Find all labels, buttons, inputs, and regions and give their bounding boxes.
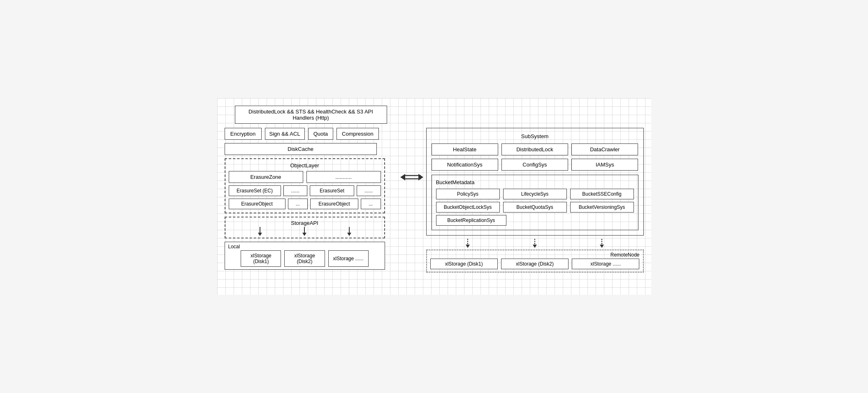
bucket-object-lock-sys-label: BucketObjectLockSys [444, 204, 492, 210]
object-layer-label: ObjectLayer [229, 162, 381, 169]
iam-sys-box: IAMSys [571, 159, 638, 171]
remote-node-label: RemoteNode [610, 252, 640, 258]
remote-xl-more-label: xlStorage ...... [590, 261, 621, 267]
arrow-down-3 [346, 227, 353, 236]
diskcache-label: DiskCache [288, 146, 313, 152]
erasure-obj1-label: ErasureObject [241, 201, 273, 207]
erasure-obj1-box: ErasureObject [229, 199, 285, 209]
policy-sys-box: PolicySys [436, 189, 500, 199]
svg-marker-1 [258, 233, 262, 236]
xl-storage-disk2-box: xlStorage (Disk2) [284, 250, 325, 267]
remote-arrow-down-3 [598, 239, 606, 248]
subsystem-title: SubSystem [432, 133, 638, 139]
svg-marker-16 [600, 245, 604, 248]
sign-acl-box: Sign && ACL [265, 128, 305, 140]
remote-xl-disk2-label: xlStorage (Disk2) [516, 261, 554, 267]
distributed-lock-label: DistributedLock [516, 146, 553, 153]
healstate-label: HealState [453, 146, 476, 153]
erasure-set-dots1-box: ...... [283, 185, 308, 196]
iam-sys-label: IAMSys [596, 162, 614, 168]
local-section: Local xlStorage (Disk1) xlStorage (Disk2… [225, 242, 385, 270]
arrow-down-1 [256, 227, 264, 236]
healstate-box: HealState [432, 143, 498, 155]
bucket-versioning-sys-label: BucketVersioningSys [579, 204, 625, 210]
erasure-zone-dots-label: ........... [335, 174, 352, 180]
bucket-quota-sys-box: BucketQuotaSys [503, 202, 567, 213]
remote-xl-disk1-label: xlStorage (Disk1) [445, 261, 483, 267]
bidir-arrow-svg [399, 169, 424, 185]
config-sys-label: ConfigSys [522, 162, 547, 168]
distributed-lock-box: DistributedLock [501, 143, 568, 155]
erasure-set-dots2-label: ...... [364, 188, 373, 194]
bucket-sse-config-label: BucketSSEConfig [582, 191, 621, 197]
bucket-metadata-label: BucketMetadata [436, 179, 634, 185]
erasure-zone-label: ErasureZone [250, 174, 281, 180]
arrow-down-2 [301, 227, 308, 236]
svg-marker-10 [418, 174, 423, 180]
data-crawler-box: DataCrawler [571, 143, 638, 155]
svg-marker-9 [400, 174, 405, 180]
remote-xl-more-box: xlStorage ...... [572, 259, 639, 269]
notification-sys-label: NotificationSys [447, 162, 483, 168]
lifecycle-sys-box: LifecycleSys [503, 189, 567, 199]
diskcache-box: DiskCache [225, 143, 377, 155]
bucket-metadata-section: BucketMetadata PolicySys LifecycleSys [432, 175, 638, 230]
svg-marker-6 [399, 171, 423, 175]
bucket-quota-sys-label: BucketQuotaSys [516, 204, 553, 210]
erasure-obj-dots2-label: ... [369, 201, 373, 207]
erasure-obj2-box: ErasureObject [310, 199, 358, 209]
svg-marker-14 [533, 245, 537, 248]
compression-box: Compression [337, 128, 379, 140]
lifecycle-sys-label: LifecycleSys [521, 191, 549, 197]
sign-acl-label: Sign && ACL [269, 131, 300, 137]
remote-arrow-down-2 [531, 239, 538, 248]
remote-node-section: RemoteNode xlStorage (Disk1) xlStorage (… [426, 250, 644, 273]
svg-marker-3 [302, 233, 306, 236]
remote-arrow-down-1 [464, 239, 471, 248]
erasure-obj-dots2-box: ... [361, 199, 381, 209]
data-crawler-label: DataCrawler [590, 146, 620, 153]
erasure-zone-dots-box: ........... [306, 171, 381, 183]
erasure-set-ec-box: ErasureSet (EC) [229, 185, 281, 196]
config-sys-box: ConfigSys [501, 159, 568, 171]
encryption-box: Encryption [225, 128, 262, 140]
notification-sys-box: NotificationSys [432, 159, 498, 171]
erasure-obj2-label: ErasureObject [318, 201, 350, 207]
erasure-obj-dots1-label: ... [296, 201, 300, 207]
right-col: SubSystem HealState DistributedLock Da [426, 128, 644, 273]
bucket-versioning-sys-box: BucketVersioningSys [570, 202, 634, 213]
svg-marker-12 [466, 245, 470, 248]
xl-storage-disk2-label: xlStorage (Disk2) [287, 253, 322, 264]
encryption-label: Encryption [230, 131, 255, 137]
erasure-obj-dots1-box: ... [288, 199, 308, 209]
erasure-set-ec-label: ErasureSet (EC) [237, 188, 273, 194]
policy-sys-label: PolicySys [457, 191, 478, 197]
xl-storage-more-box: xlStorage ...... [328, 250, 369, 267]
quota-label: Quota [313, 131, 328, 137]
remote-xl-disk2-box: xlStorage (Disk2) [501, 259, 569, 269]
xl-storage-disk1-box: xlStorage (Disk1) [241, 250, 281, 267]
bucket-replication-sys-box: BucketReplicationSys [436, 215, 506, 226]
erasure-set-label: ErasureSet [320, 188, 344, 194]
compression-label: Compression [342, 131, 374, 137]
svg-marker-5 [347, 233, 351, 236]
erasure-set-dots1-label: ...... [291, 188, 299, 194]
local-label: Local [228, 244, 240, 250]
bucket-replication-sys-label: BucketReplicationSys [447, 217, 495, 223]
erasure-zone-box: ErasureZone [229, 171, 303, 183]
erasure-set-box: ErasureSet [310, 185, 354, 196]
http-handler-box: DistributedLock && STS && HealthCheck &&… [235, 106, 387, 124]
quota-box: Quota [308, 128, 333, 140]
http-handler-label: DistributedLock && STS && HealthCheck &&… [239, 109, 383, 121]
bucket-sse-config-box: BucketSSEConfig [570, 189, 634, 199]
erasure-set-dots2-box: ...... [357, 185, 381, 196]
xl-storage-more-label: xlStorage ...... [333, 256, 363, 261]
storage-api-label: StorageAPI [229, 220, 381, 226]
diagram-container: DistributedLock && STS && HealthCheck &&… [217, 98, 651, 295]
bucket-object-lock-sys-box: BucketObjectLockSys [436, 202, 500, 213]
remote-xl-disk1-box: xlStorage (Disk1) [430, 259, 498, 269]
xl-storage-disk1-label: xlStorage (Disk1) [243, 253, 279, 264]
bidir-arrow [399, 169, 424, 185]
